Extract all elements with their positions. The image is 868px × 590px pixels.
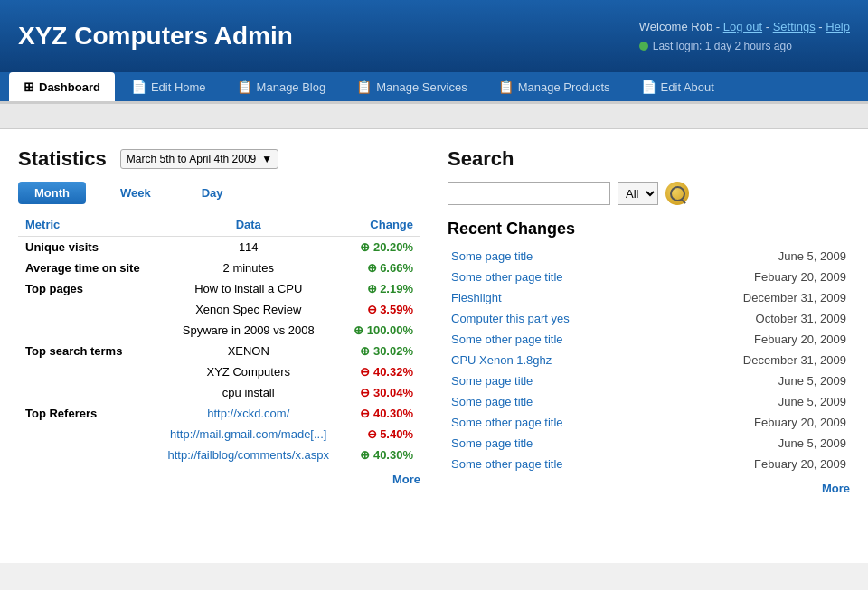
recent-change-title[interactable]: Some other page title [448, 267, 669, 287]
date-range-label: March 5th to April 4th 2009 [127, 153, 256, 165]
search-button[interactable] [665, 182, 689, 205]
nav-tab-icon-manage-services: 📋 [356, 80, 372, 94]
stat-change-sub: ⊖ 30.04% [342, 382, 420, 403]
stat-data-sub: XYZ Computers [156, 361, 342, 382]
stat-data[interactable]: http://xckd.com/ [156, 403, 342, 424]
recent-changes-table: Some page titleJune 5, 2009Some other pa… [448, 246, 850, 474]
stat-data: 2 minutes [156, 258, 342, 278]
last-login-text: Last login: 1 day 2 hours ago [653, 37, 792, 55]
recent-change-title[interactable]: Some other page title [448, 412, 669, 433]
stats-more-link[interactable]: More [18, 465, 420, 486]
nav-tab-icon-edit-home: 📄 [131, 80, 146, 94]
main-nav: ⊞Dashboard📄Edit Home📋Manage Blog📋Manage … [0, 72, 868, 104]
recent-change-row: Computer this part yesOctober 31, 2009 [448, 308, 850, 329]
recent-change-title[interactable]: Some other page title [448, 329, 669, 350]
nav-tab-edit-home[interactable]: 📄Edit Home [117, 72, 221, 101]
statistics-title: Statistics [18, 147, 107, 171]
search-bar: All [448, 182, 850, 205]
nav-tab-icon-edit-about: 📄 [641, 80, 656, 94]
period-btn-day[interactable]: Day [185, 182, 240, 204]
help-link[interactable]: Help [826, 20, 850, 33]
stat-change: ⊕ 30.02% [342, 341, 420, 361]
settings-link[interactable]: Settings [773, 20, 816, 33]
nav-tab-label-edit-home: Edit Home [151, 80, 206, 94]
recent-change-date: June 5, 2009 [669, 391, 850, 412]
search-title: Search [448, 147, 850, 171]
period-btn-month[interactable]: Month [18, 182, 86, 204]
stat-metric-sub [18, 361, 156, 382]
nav-tab-manage-services[interactable]: 📋Manage Services [342, 72, 481, 101]
header: XYZ Computers Admin Welcome Rob - Log ou… [0, 0, 868, 72]
recent-change-title[interactable]: Some page title [448, 246, 669, 267]
search-filter-select[interactable]: All [618, 182, 658, 205]
stat-data-sub: Xenon Spec Review [156, 299, 342, 320]
online-indicator [639, 42, 648, 51]
recent-change-row: Some page titleJune 5, 2009 [448, 391, 850, 412]
stat-change: ⊖ 40.30% [342, 403, 420, 424]
stat-metric: Average time on site [18, 258, 156, 278]
stat-change: ⊕ 2.19% [342, 278, 420, 299]
stat-change-sub: ⊕ 40.30% [342, 445, 420, 465]
stat-metric: Top pages [18, 278, 156, 299]
nav-tab-icon-dashboard: ⊞ [24, 80, 34, 94]
stat-metric: Top Referers [18, 403, 156, 424]
nav-tab-label-manage-services: Manage Services [376, 80, 467, 94]
recent-change-title[interactable]: Fleshlight [448, 287, 669, 308]
nav-tab-icon-manage-blog: 📋 [237, 80, 252, 94]
stat-data-sub[interactable]: http://mail.gmail.com/made[...] [156, 424, 342, 445]
nav-tab-edit-about[interactable]: 📄Edit About [627, 72, 729, 101]
statistics-table: Metric Data Change Unique visits114⊕ 20.… [18, 213, 420, 465]
stat-change: ⊕ 20.20% [342, 237, 420, 258]
col-change: Change [342, 213, 420, 237]
stat-data: XENON [156, 341, 342, 361]
recent-change-row: Some page titleJune 5, 2009 [448, 433, 850, 454]
recent-change-title[interactable]: Some page title [448, 370, 669, 391]
stat-change-sub: ⊖ 40.32% [342, 361, 420, 382]
recent-change-date: December 31, 2009 [669, 350, 850, 370]
welcome-text: Welcome Rob - [639, 20, 720, 33]
nav-tab-label-manage-blog: Manage Blog [257, 80, 326, 94]
stat-metric-sub [18, 382, 156, 403]
logout-link[interactable]: Log out [723, 20, 762, 33]
statistics-panel: Statistics March 5th to April 4th 2009 ▼… [18, 147, 420, 545]
nav-tab-dashboard[interactable]: ⊞Dashboard [9, 72, 115, 101]
recent-change-row: Some page titleJune 5, 2009 [448, 370, 850, 391]
recent-change-date: June 5, 2009 [669, 370, 850, 391]
nav-tab-manage-products[interactable]: 📋Manage Products [484, 72, 625, 101]
stat-data-sub[interactable]: http://failblog/comments/x.aspx [156, 445, 342, 465]
nav-tab-manage-blog[interactable]: 📋Manage Blog [222, 72, 341, 101]
recent-change-row: Some other page titleFebuary 20, 2009 [448, 267, 850, 287]
stat-metric: Unique visits [18, 237, 156, 258]
recent-change-title[interactable]: Some page title [448, 433, 669, 454]
recent-change-row: Some page titleJune 5, 2009 [448, 246, 850, 267]
recent-change-title[interactable]: Computer this part yes [448, 308, 669, 329]
recent-change-title[interactable]: CPU Xenon 1.8ghz [448, 350, 669, 370]
recent-change-date: Febuary 20, 2009 [669, 267, 850, 287]
recent-change-date: Febuary 20, 2009 [669, 412, 850, 433]
recent-more-link[interactable]: More [448, 474, 850, 495]
search-input[interactable] [448, 182, 610, 205]
header-user-info: Welcome Rob - Log out - Settings - Help … [639, 17, 850, 55]
stat-change: ⊕ 6.66% [342, 258, 420, 278]
app-title: XYZ Computers Admin [18, 22, 293, 51]
stat-data-sub: cpu install [156, 382, 342, 403]
recent-change-title[interactable]: Some other page title [448, 454, 669, 474]
stat-metric-sub [18, 320, 156, 341]
recent-change-title[interactable]: Some page title [448, 391, 669, 412]
recent-change-date: June 5, 2009 [669, 246, 850, 267]
period-btn-week[interactable]: Week [104, 182, 167, 204]
col-data: Data [156, 213, 342, 237]
recent-change-row: Some other page titleFebuary 20, 2009 [448, 454, 850, 474]
nav-tab-label-dashboard: Dashboard [39, 80, 100, 94]
col-metric: Metric [18, 213, 156, 237]
stat-data-sub: Spyware in 2009 vs 2008 [156, 320, 342, 341]
nav-tab-label-edit-about: Edit About [661, 80, 714, 94]
separator1: - [766, 20, 769, 33]
recent-change-date: June 5, 2009 [669, 433, 850, 454]
stat-metric-sub [18, 445, 156, 465]
nav-tab-icon-manage-products: 📋 [498, 80, 514, 94]
stat-change-sub: ⊖ 5.40% [342, 424, 420, 445]
date-range-selector[interactable]: March 5th to April 4th 2009 ▼ [120, 149, 278, 169]
nav-tab-label-manage-products: Manage Products [518, 80, 610, 94]
recent-change-row: CPU Xenon 1.8ghzDecember 31, 2009 [448, 350, 850, 370]
